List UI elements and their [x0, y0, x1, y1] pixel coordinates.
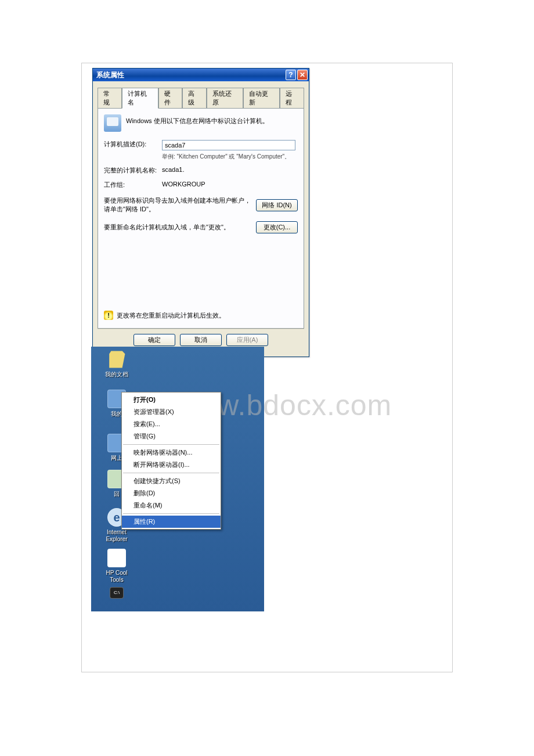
- label-workgroup: 工作组:: [104, 181, 162, 189]
- label-full-computer-name: 完整的计算机名称:: [104, 166, 162, 175]
- desktop-icon-hp-cool-tools[interactable]: HP CoolTools: [98, 549, 135, 584]
- tab-panel-computer-name: Windows 使用以下信息在网络中标识这台计算机。 计算机描述(D): 举例:…: [98, 108, 304, 329]
- menu-rename[interactable]: 重命名(M): [122, 499, 221, 512]
- tab-auto-update[interactable]: 自动更新: [243, 88, 280, 109]
- menu-search[interactable]: 搜索(E)...: [122, 418, 221, 430]
- tab-advanced[interactable]: 高级: [182, 88, 207, 109]
- menu-delete[interactable]: 删除(D): [122, 487, 221, 499]
- desktop-icon-my-documents[interactable]: 我的文档: [98, 350, 135, 378]
- help-button[interactable]: ?: [286, 70, 296, 80]
- text-change: 要重新命名此计算机或加入域，单击"更改"。: [104, 223, 251, 232]
- change-button[interactable]: 更改(C)...: [256, 221, 298, 233]
- hint-computer-description: 举例: "Kitchen Computer" 或 "Mary's Compute…: [162, 153, 298, 160]
- input-computer-description[interactable]: [162, 140, 295, 150]
- cancel-button[interactable]: 取消: [180, 334, 222, 346]
- cmd-icon: [110, 587, 124, 599]
- value-workgroup: WORKGROUP: [162, 181, 298, 188]
- menu-manage[interactable]: 管理(G): [122, 430, 221, 442]
- desktop-icon-command-prompt[interactable]: [98, 587, 135, 601]
- warning-text: 更改将在您重新启动此计算机后生效。: [117, 311, 225, 320]
- menu-explorer[interactable]: 资源管理器(X): [122, 406, 221, 418]
- tab-computer-name[interactable]: 计算机名: [122, 88, 158, 109]
- documents-icon: [107, 350, 126, 369]
- menu-map-drive[interactable]: 映射网络驱动器(N)...: [122, 447, 221, 459]
- label-computer-description: 计算机描述(D):: [104, 140, 162, 149]
- menu-open[interactable]: 打开(O): [122, 394, 221, 406]
- tab-remote[interactable]: 远程: [280, 88, 304, 109]
- value-full-computer-name: scada1.: [162, 166, 298, 173]
- document-page: 系统属性 ? ✕ 常规 计算机名 硬件 高级 系统还原 自动更新 远程 Wind…: [81, 63, 453, 672]
- info-text: Windows 使用以下信息在网络中标识这台计算机。: [126, 114, 269, 125]
- system-properties-dialog: 系统属性 ? ✕ 常规 计算机名 硬件 高级 系统还原 自动更新 远程 Wind…: [92, 68, 309, 357]
- tab-system-restore[interactable]: 系统还原: [207, 88, 243, 109]
- context-menu-my-computer: 打开(O) 资源管理器(X) 搜索(E)... 管理(G) 映射网络驱动器(N)…: [121, 392, 221, 530]
- tab-strip: 常规 计算机名 硬件 高级 系统还原 自动更新 远程: [98, 87, 304, 108]
- text-network-id: 要使用网络标识向导去加入域并创建本地用户帐户，请单击"网络 ID"。: [104, 196, 251, 214]
- desktop[interactable]: 我的文档 我的 网上 回 InternetExplorer HP CoolToo…: [91, 347, 264, 611]
- apply-button[interactable]: 应用(A): [226, 334, 268, 346]
- menu-disconnect-drive[interactable]: 断开网络驱动器(I)...: [122, 459, 221, 471]
- computer-icon: [104, 114, 121, 132]
- restart-warning: ! 更改将在您重新启动此计算机后生效。: [104, 311, 225, 320]
- titlebar[interactable]: 系统属性 ? ✕: [93, 69, 309, 81]
- close-button[interactable]: ✕: [297, 70, 308, 80]
- menu-properties[interactable]: 属性(R): [122, 516, 221, 528]
- hp-tools-icon: [107, 549, 126, 567]
- menu-create-shortcut[interactable]: 创建快捷方式(S): [122, 475, 221, 487]
- ok-button[interactable]: 确定: [134, 334, 175, 346]
- dialog-title: 系统属性: [96, 70, 284, 80]
- tab-hardware[interactable]: 硬件: [158, 88, 183, 109]
- tab-general[interactable]: 常规: [98, 88, 122, 109]
- network-id-button[interactable]: 网络 ID(N): [256, 199, 298, 211]
- warning-icon: !: [104, 311, 113, 320]
